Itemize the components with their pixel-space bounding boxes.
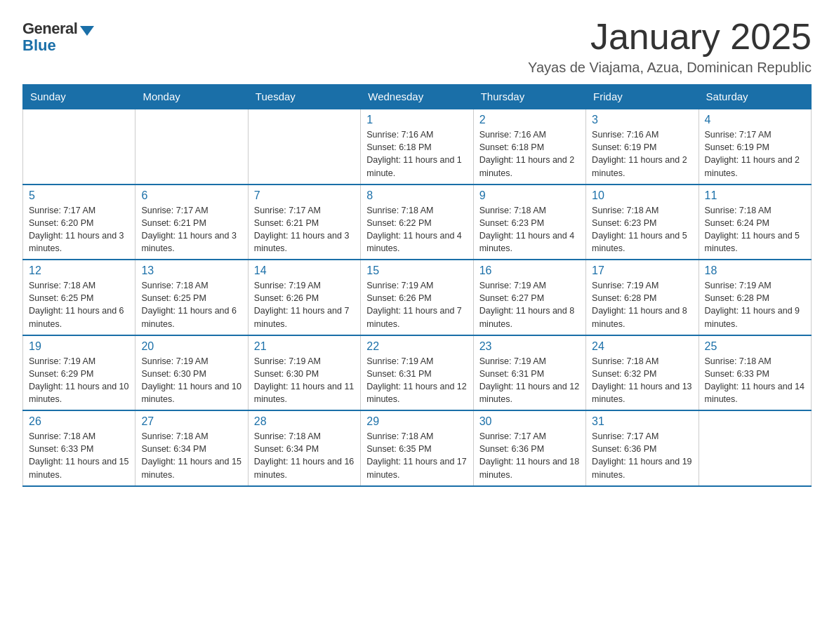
day-number: 12 <box>29 264 129 277</box>
calendar-day-16: 16Sunrise: 7:19 AMSunset: 6:27 PMDayligh… <box>473 260 585 335</box>
calendar-day-15: 15Sunrise: 7:19 AMSunset: 6:26 PMDayligh… <box>361 260 473 335</box>
calendar-day-27: 27Sunrise: 7:18 AMSunset: 6:34 PMDayligh… <box>135 410 248 486</box>
calendar-day-5: 5Sunrise: 7:17 AMSunset: 6:20 PMDaylight… <box>23 185 135 260</box>
day-info: Sunrise: 7:19 AMSunset: 6:27 PMDaylight:… <box>479 279 580 330</box>
day-info: Sunrise: 7:18 AMSunset: 6:25 PMDaylight:… <box>29 279 129 330</box>
day-info: Sunrise: 7:18 AMSunset: 6:34 PMDaylight:… <box>254 430 355 481</box>
day-info: Sunrise: 7:19 AMSunset: 6:26 PMDaylight:… <box>254 279 355 330</box>
month-title: January 2025 <box>528 17 812 57</box>
day-number: 15 <box>366 264 467 277</box>
day-info: Sunrise: 7:18 AMSunset: 6:23 PMDaylight:… <box>479 204 580 255</box>
day-info: Sunrise: 7:17 AMSunset: 6:36 PMDaylight:… <box>479 430 580 481</box>
day-info: Sunrise: 7:18 AMSunset: 6:33 PMDaylight:… <box>705 355 805 406</box>
day-info: Sunrise: 7:19 AMSunset: 6:29 PMDaylight:… <box>29 355 129 406</box>
calendar-day-25: 25Sunrise: 7:18 AMSunset: 6:33 PMDayligh… <box>699 335 811 411</box>
calendar-day-29: 29Sunrise: 7:18 AMSunset: 6:35 PMDayligh… <box>361 410 473 486</box>
day-number: 10 <box>592 189 692 202</box>
day-number: 23 <box>479 340 580 353</box>
day-info: Sunrise: 7:17 AMSunset: 6:20 PMDaylight:… <box>29 204 129 255</box>
calendar-day-10: 10Sunrise: 7:18 AMSunset: 6:23 PMDayligh… <box>586 185 699 260</box>
day-info: Sunrise: 7:17 AMSunset: 6:21 PMDaylight:… <box>141 204 241 255</box>
day-info: Sunrise: 7:19 AMSunset: 6:30 PMDaylight:… <box>254 355 355 406</box>
day-info: Sunrise: 7:17 AMSunset: 6:21 PMDaylight:… <box>254 204 355 255</box>
calendar-day-12: 12Sunrise: 7:18 AMSunset: 6:25 PMDayligh… <box>23 260 135 335</box>
calendar-header-friday: Friday <box>586 85 699 109</box>
day-info: Sunrise: 7:16 AMSunset: 6:18 PMDaylight:… <box>479 128 580 180</box>
calendar-day-20: 20Sunrise: 7:19 AMSunset: 6:30 PMDayligh… <box>135 335 248 411</box>
day-number: 6 <box>141 189 241 202</box>
calendar-empty-cell <box>699 410 811 486</box>
logo-arrow-icon <box>80 26 94 36</box>
calendar-table: SundayMondayTuesdayWednesdayThursdayFrid… <box>22 84 812 487</box>
calendar-header-row: SundayMondayTuesdayWednesdayThursdayFrid… <box>23 85 812 109</box>
calendar-week-2: 5Sunrise: 7:17 AMSunset: 6:20 PMDaylight… <box>23 185 812 260</box>
calendar-day-17: 17Sunrise: 7:19 AMSunset: 6:28 PMDayligh… <box>586 260 699 335</box>
calendar-day-26: 26Sunrise: 7:18 AMSunset: 6:33 PMDayligh… <box>23 410 135 486</box>
day-info: Sunrise: 7:18 AMSunset: 6:22 PMDaylight:… <box>366 204 467 255</box>
day-number: 28 <box>254 415 355 428</box>
calendar-header-monday: Monday <box>135 85 248 109</box>
title-section: January 2025 Yayas de Viajama, Azua, Dom… <box>528 17 812 76</box>
calendar-header-sunday: Sunday <box>23 85 135 109</box>
day-number: 1 <box>366 114 467 126</box>
day-info: Sunrise: 7:18 AMSunset: 6:33 PMDaylight:… <box>29 430 129 481</box>
day-number: 4 <box>705 114 805 126</box>
day-number: 3 <box>592 114 692 126</box>
day-number: 13 <box>141 264 241 277</box>
logo-general-text: General <box>22 20 77 38</box>
calendar-day-24: 24Sunrise: 7:18 AMSunset: 6:32 PMDayligh… <box>586 335 699 411</box>
calendar-day-21: 21Sunrise: 7:19 AMSunset: 6:30 PMDayligh… <box>248 335 360 411</box>
calendar-day-3: 3Sunrise: 7:16 AMSunset: 6:19 PMDaylight… <box>586 109 699 185</box>
page-header: General Blue January 2025 Yayas de Viaja… <box>22 17 812 76</box>
day-number: 25 <box>705 340 805 353</box>
day-number: 5 <box>29 189 129 202</box>
day-number: 19 <box>29 340 129 353</box>
calendar-week-5: 26Sunrise: 7:18 AMSunset: 6:33 PMDayligh… <box>23 410 812 486</box>
day-info: Sunrise: 7:16 AMSunset: 6:18 PMDaylight:… <box>366 128 467 180</box>
day-info: Sunrise: 7:17 AMSunset: 6:19 PMDaylight:… <box>705 128 805 180</box>
logo-blue-text: Blue <box>22 36 56 55</box>
day-number: 26 <box>29 415 129 428</box>
subtitle: Yayas de Viajama, Azua, Dominican Republ… <box>528 60 812 76</box>
calendar-header-tuesday: Tuesday <box>248 85 360 109</box>
calendar-empty-cell <box>248 109 360 185</box>
day-info: Sunrise: 7:18 AMSunset: 6:23 PMDaylight:… <box>592 204 692 255</box>
day-number: 20 <box>141 340 241 353</box>
day-number: 17 <box>592 264 692 277</box>
calendar-day-1: 1Sunrise: 7:16 AMSunset: 6:18 PMDaylight… <box>361 109 473 185</box>
calendar-day-28: 28Sunrise: 7:18 AMSunset: 6:34 PMDayligh… <box>248 410 360 486</box>
logo: General Blue <box>22 20 94 55</box>
day-info: Sunrise: 7:18 AMSunset: 6:25 PMDaylight:… <box>141 279 241 330</box>
calendar-day-30: 30Sunrise: 7:17 AMSunset: 6:36 PMDayligh… <box>473 410 585 486</box>
day-info: Sunrise: 7:18 AMSunset: 6:35 PMDaylight:… <box>366 430 467 481</box>
day-info: Sunrise: 7:19 AMSunset: 6:30 PMDaylight:… <box>141 355 241 406</box>
day-info: Sunrise: 7:19 AMSunset: 6:31 PMDaylight:… <box>479 355 580 406</box>
calendar-week-1: 1Sunrise: 7:16 AMSunset: 6:18 PMDaylight… <box>23 109 812 185</box>
calendar-day-19: 19Sunrise: 7:19 AMSunset: 6:29 PMDayligh… <box>23 335 135 411</box>
day-number: 27 <box>141 415 241 428</box>
calendar-day-14: 14Sunrise: 7:19 AMSunset: 6:26 PMDayligh… <box>248 260 360 335</box>
calendar-empty-cell <box>135 109 248 185</box>
day-number: 31 <box>592 415 692 428</box>
calendar-header-wednesday: Wednesday <box>361 85 473 109</box>
day-number: 24 <box>592 340 692 353</box>
day-info: Sunrise: 7:19 AMSunset: 6:28 PMDaylight:… <box>592 279 692 330</box>
calendar-header-saturday: Saturday <box>699 85 811 109</box>
day-info: Sunrise: 7:19 AMSunset: 6:26 PMDaylight:… <box>366 279 467 330</box>
calendar-day-23: 23Sunrise: 7:19 AMSunset: 6:31 PMDayligh… <box>473 335 585 411</box>
day-number: 14 <box>254 264 355 277</box>
calendar-day-4: 4Sunrise: 7:17 AMSunset: 6:19 PMDaylight… <box>699 109 811 185</box>
calendar-day-8: 8Sunrise: 7:18 AMSunset: 6:22 PMDaylight… <box>361 185 473 260</box>
day-number: 7 <box>254 189 355 202</box>
day-number: 8 <box>366 189 467 202</box>
day-number: 11 <box>705 189 805 202</box>
day-info: Sunrise: 7:16 AMSunset: 6:19 PMDaylight:… <box>592 128 692 180</box>
day-number: 9 <box>479 189 580 202</box>
calendar-day-11: 11Sunrise: 7:18 AMSunset: 6:24 PMDayligh… <box>699 185 811 260</box>
day-info: Sunrise: 7:19 AMSunset: 6:31 PMDaylight:… <box>366 355 467 406</box>
calendar-day-2: 2Sunrise: 7:16 AMSunset: 6:18 PMDaylight… <box>473 109 585 185</box>
calendar-empty-cell <box>23 109 135 185</box>
calendar-day-9: 9Sunrise: 7:18 AMSunset: 6:23 PMDaylight… <box>473 185 585 260</box>
calendar-day-6: 6Sunrise: 7:17 AMSunset: 6:21 PMDaylight… <box>135 185 248 260</box>
day-number: 29 <box>366 415 467 428</box>
